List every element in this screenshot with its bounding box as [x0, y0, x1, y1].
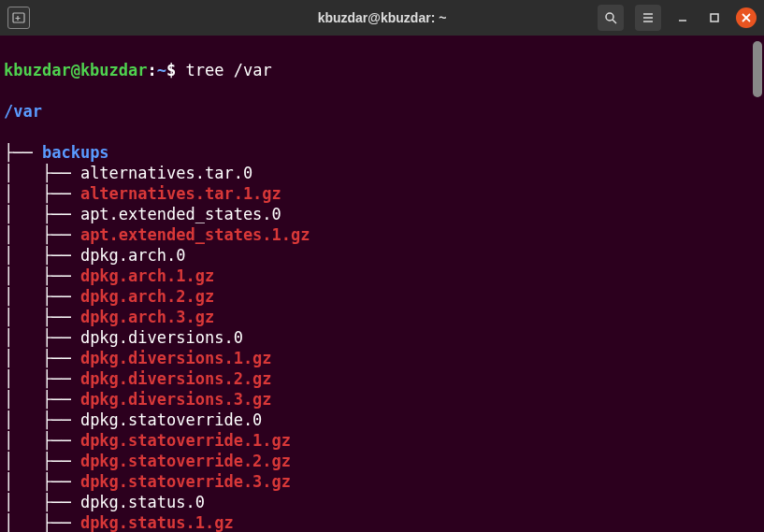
- tree-file-compressed: dpkg.diversions.1.gz: [80, 349, 272, 367]
- svg-line-2: [613, 20, 616, 23]
- tree-dir: backups: [42, 143, 109, 162]
- tree-prefix: │ ├──: [4, 513, 80, 532]
- prompt-user-host: kbuzdar@kbuzdar: [4, 61, 148, 79]
- tree-line: │ ├── dpkg.diversions.3.gz: [4, 389, 758, 410]
- tree-line: │ ├── apt.extended_states.1.gz: [4, 224, 758, 245]
- prompt-path: ~: [157, 61, 166, 79]
- tree-prefix: │ ├──: [4, 308, 80, 326]
- tree-prefix: │ ├──: [4, 246, 80, 265]
- tree-prefix: │ ├──: [4, 184, 80, 203]
- tree-file-compressed: dpkg.arch.1.gz: [80, 266, 214, 285]
- tree-file: apt.extended_states.0: [80, 205, 281, 223]
- search-button[interactable]: [598, 5, 624, 31]
- tree-file: dpkg.statoverride.0: [80, 410, 262, 429]
- menu-button[interactable]: [635, 5, 661, 31]
- tree-file-compressed: dpkg.diversions.2.gz: [80, 369, 272, 388]
- tree-line: │ ├── apt.extended_states.0: [4, 204, 758, 224]
- tree-line: │ ├── dpkg.statoverride.0: [4, 410, 758, 430]
- tree-file: dpkg.arch.0: [80, 246, 186, 265]
- tree-prefix: │ ├──: [4, 205, 80, 223]
- tree-line: │ ├── dpkg.status.0: [4, 492, 758, 512]
- tree-line: │ ├── dpkg.statoverride.3.gz: [4, 471, 758, 492]
- tree-line: │ ├── alternatives.tar.0: [4, 163, 758, 183]
- tree-root: /var: [4, 101, 758, 122]
- tree-file-compressed: alternatives.tar.1.gz: [80, 184, 281, 203]
- titlebar-left: [7, 7, 30, 29]
- tree-prefix: │ ├──: [4, 328, 80, 347]
- prompt-colon: :: [148, 61, 157, 79]
- tree-prefix: │ ├──: [4, 266, 80, 285]
- tree-line: │ ├── dpkg.statoverride.1.gz: [4, 430, 758, 451]
- prompt-command: tree /var: [176, 61, 271, 79]
- tree-line: │ ├── dpkg.arch.3.gz: [4, 307, 758, 327]
- svg-point-1: [606, 13, 613, 21]
- tree-file-compressed: dpkg.arch.3.gz: [80, 308, 214, 326]
- tree-file: dpkg.diversions.0: [80, 328, 243, 347]
- tree-prefix: │ ├──: [4, 349, 80, 367]
- tree-file-compressed: dpkg.diversions.3.gz: [80, 390, 272, 409]
- tree-file-compressed: dpkg.statoverride.1.gz: [80, 431, 291, 450]
- tree-prefix: │ ├──: [4, 369, 80, 388]
- tree-prefix: │ ├──: [4, 287, 80, 306]
- tree-file-compressed: dpkg.statoverride.2.gz: [80, 452, 291, 470]
- window-title: kbuzdar@kbuzdar: ~: [318, 10, 447, 25]
- minimize-button[interactable]: [672, 7, 693, 28]
- terminal-content[interactable]: kbuzdar@kbuzdar:~$ tree /var /var ├── ba…: [0, 36, 764, 532]
- titlebar: kbuzdar@kbuzdar: ~: [0, 0, 764, 36]
- tree-file: alternatives.tar.0: [80, 164, 252, 182]
- tree-line: │ ├── dpkg.statoverride.2.gz: [4, 451, 758, 471]
- prompt-symbol: $: [166, 61, 176, 79]
- tree-prefix: │ ├──: [4, 410, 80, 429]
- tree-line: │ ├── dpkg.diversions.1.gz: [4, 348, 758, 368]
- tree-file: dpkg.status.0: [80, 493, 205, 511]
- scrollbar-thumb[interactable]: [753, 41, 762, 97]
- close-button[interactable]: [736, 7, 757, 28]
- tree-line: ├── backups: [4, 142, 758, 163]
- tree-prefix: │ ├──: [4, 225, 80, 244]
- tree-prefix: │ ├──: [4, 164, 80, 182]
- tree-prefix: ├──: [4, 143, 42, 162]
- tree-prefix: │ ├──: [4, 431, 80, 450]
- svg-rect-7: [711, 14, 718, 22]
- tree-line: │ ├── dpkg.status.1.gz: [4, 512, 758, 532]
- tree-file-compressed: apt.extended_states.1.gz: [80, 225, 310, 244]
- tree-line: │ ├── dpkg.diversions.0: [4, 327, 758, 348]
- tree-line: │ ├── dpkg.arch.1.gz: [4, 266, 758, 286]
- tree-file-compressed: dpkg.statoverride.3.gz: [80, 472, 291, 491]
- tree-prefix: │ ├──: [4, 390, 80, 409]
- tree-line: │ ├── dpkg.diversions.2.gz: [4, 368, 758, 389]
- tree-prefix: │ ├──: [4, 452, 80, 470]
- tree-line: │ ├── alternatives.tar.1.gz: [4, 183, 758, 204]
- new-tab-button[interactable]: [7, 7, 30, 29]
- tree-prefix: │ ├──: [4, 472, 80, 491]
- tree-file-compressed: dpkg.arch.2.gz: [80, 287, 214, 306]
- tree-prefix: │ ├──: [4, 493, 80, 511]
- prompt-line: kbuzdar@kbuzdar:~$ tree /var: [4, 60, 758, 80]
- tree-output: ├── backups│ ├── alternatives.tar.0│ ├──…: [4, 142, 758, 532]
- maximize-button[interactable]: [704, 7, 725, 28]
- tree-line: │ ├── dpkg.arch.0: [4, 245, 758, 266]
- titlebar-right: [598, 5, 757, 31]
- tree-line: │ ├── dpkg.arch.2.gz: [4, 286, 758, 307]
- tree-file-compressed: dpkg.status.1.gz: [80, 513, 234, 532]
